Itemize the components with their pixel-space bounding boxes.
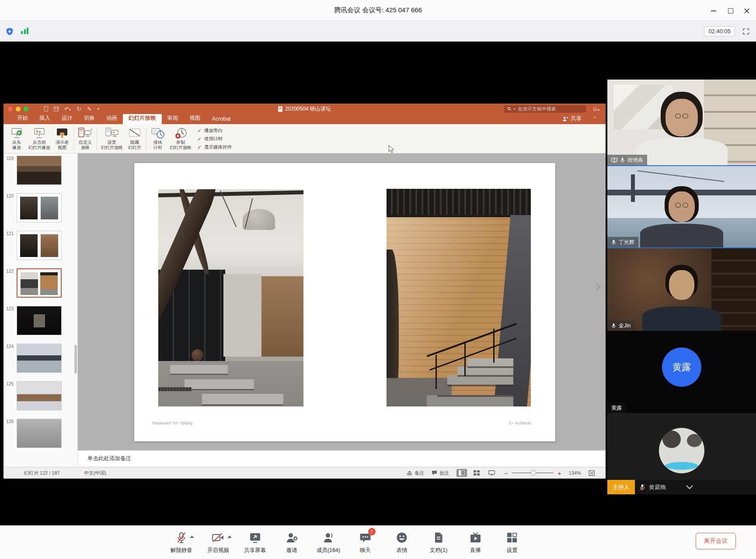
zoom-in-button[interactable]: + <box>557 469 561 477</box>
video-tile-3[interactable]: 金Jin <box>607 248 756 331</box>
chevron-down-icon[interactable] <box>686 485 693 489</box>
ppt-zoom-button[interactable] <box>24 107 28 111</box>
notes-icon <box>407 471 412 476</box>
ppt-close-button[interactable] <box>8 107 13 111</box>
checkbox-play-narrations[interactable]: ✓播放旁白 <box>197 128 232 134</box>
record-slideshow-button[interactable]: 录制幻灯片放映 <box>167 126 194 152</box>
rehearse-timings-button[interactable]: 排练计时 <box>148 126 167 152</box>
thumbnail-122-selected[interactable]: 122 <box>3 268 77 298</box>
members-button[interactable]: 成员(164) <box>310 526 347 559</box>
thumbnail-126[interactable]: 126 <box>3 419 77 448</box>
thumbnail-119[interactable]: 119 <box>3 156 77 185</box>
zoom-slider-knob[interactable] <box>531 470 536 476</box>
document-icon <box>434 532 443 543</box>
share-label: 共享 <box>571 115 582 122</box>
self-name: 黄庭晚 <box>649 483 666 491</box>
ppt-search-input[interactable]: ▾ 在演示文稿中搜索 <box>504 105 586 113</box>
thumbnail-120[interactable]: 120 <box>3 193 77 222</box>
search-dropdown-icon: ▾ <box>514 107 516 111</box>
thumbnail-scrollbar[interactable] <box>74 345 77 374</box>
members-icon <box>322 532 334 543</box>
minimize-button[interactable] <box>711 7 717 14</box>
thumbnail-125[interactable]: 125 <box>3 381 77 410</box>
video-tile-1[interactable]: 程艳春 <box>607 80 756 166</box>
tab-acrobat[interactable]: Acrobat <box>206 114 237 124</box>
tab-view[interactable]: 视图 <box>184 113 206 124</box>
tab-design[interactable]: 设计 <box>56 113 78 124</box>
save-icon[interactable] <box>54 107 59 111</box>
notes-toggle[interactable]: 备注 <box>407 470 424 476</box>
thumbnail-121[interactable]: 121 <box>3 231 77 260</box>
thumbnail-123[interactable]: 123 <box>3 306 77 335</box>
undo-icon[interactable]: ↶▾ <box>64 106 71 112</box>
close-button[interactable] <box>744 7 750 14</box>
draw-icon[interactable]: ✎ <box>87 106 92 112</box>
checkmark-icon: ✓ <box>197 128 202 133</box>
meeting-title: 腾讯会议 会议号: 425 047 666 <box>334 6 422 14</box>
thumbnail-124[interactable]: 124 <box>3 344 77 373</box>
reactions-button[interactable]: 表情 <box>383 526 420 559</box>
document-icon <box>278 106 282 112</box>
tab-insert[interactable]: 插入 <box>34 113 56 124</box>
live-stream-button[interactable]: 直播 <box>457 526 494 559</box>
feedback-smiley-icon[interactable]: ☺▾ <box>592 106 599 112</box>
sidebar-collapse-chevron-icon[interactable]: › <box>595 278 602 295</box>
fullscreen-icon[interactable] <box>742 28 750 35</box>
slideshow-view-button[interactable] <box>486 469 497 477</box>
invite-button[interactable]: 邀请 <box>273 526 310 559</box>
presenter-view-button[interactable]: 演示者视图 <box>52 126 72 152</box>
checkbox-show-media-controls[interactable]: ✓显示媒体控件 <box>197 144 232 150</box>
tab-slideshow[interactable]: 幻灯片放映 <box>123 113 162 124</box>
settings-button[interactable]: 设置 <box>494 526 530 559</box>
play-from-current-button[interactable]: 从当前幻灯片播放 <box>26 126 52 152</box>
notes-pane[interactable]: 单击此处添加备注 <box>78 450 606 467</box>
share-screen-button[interactable]: 共享屏幕 <box>237 526 273 559</box>
comments-toggle[interactable]: 批注 <box>432 470 449 476</box>
fit-slide-button[interactable] <box>589 470 595 476</box>
hide-slide-button[interactable]: 隐藏幻灯片 <box>125 126 144 152</box>
ppt-minimize-button[interactable] <box>16 107 21 111</box>
tab-home[interactable]: 开始 <box>11 113 34 124</box>
network-signal-icon[interactable] <box>20 28 29 35</box>
search-icon <box>507 107 512 111</box>
quickbar-menu-icon[interactable]: ▾ <box>98 107 100 111</box>
start-video-button[interactable]: 开启视频 <box>200 526 237 559</box>
security-shield-icon[interactable] <box>5 27 14 36</box>
ppt-share-button[interactable]: 共享 <box>562 115 582 122</box>
zoom-level[interactable]: 134% <box>569 470 581 476</box>
checkbox-use-timings[interactable]: ✓使用计时 <box>197 136 232 142</box>
play-from-start-button[interactable]: 从头播放 <box>7 126 26 152</box>
participant-video-sidebar: 程艳春 丁光辉 金Jin <box>607 80 756 495</box>
invite-person-icon <box>286 532 298 543</box>
chat-button[interactable]: 7 聊天 <box>347 526 383 559</box>
language-indicator[interactable]: 中文(中国) <box>84 470 106 476</box>
leave-meeting-button[interactable]: 离开会议 <box>696 533 736 549</box>
video-tile-2[interactable]: 丁光辉 <box>607 166 756 248</box>
video-tile-5[interactable]: 主持人 黄庭晚 <box>607 413 756 494</box>
slide-thumbnail-panel: 119 120 121 122 123 124 125 126 <box>3 153 78 467</box>
slide-sorter-view-button[interactable] <box>471 469 482 477</box>
new-file-icon[interactable] <box>44 106 48 111</box>
tab-review[interactable]: 审阅 <box>162 113 184 124</box>
current-slide[interactable]: Restaurant "Ya" / Beijing C+ Architects <box>134 163 555 441</box>
custom-show-button[interactable]: 自定义放映 <box>76 126 95 152</box>
participant-name: 黄露 <box>611 404 622 412</box>
video-tile-4[interactable]: 黄露 黄露 <box>607 331 756 413</box>
comment-icon <box>432 470 437 476</box>
collapse-ribbon-icon[interactable]: ⌃ <box>593 116 597 122</box>
redo-icon[interactable]: ↻ <box>77 106 81 112</box>
zoom-slider[interactable] <box>512 472 554 473</box>
mic-options-caret[interactable] <box>190 535 194 538</box>
unmute-button[interactable]: 解除静音 <box>163 526 200 559</box>
participant-name: 丁光辉 <box>619 239 634 246</box>
ppt-document-title: 20200504 研山讲坛 <box>285 105 331 113</box>
tab-transitions[interactable]: 切换 <box>78 113 101 124</box>
normal-view-button[interactable] <box>456 469 467 477</box>
zoom-out-button[interactable]: − <box>504 469 508 477</box>
video-options-caret[interactable] <box>227 535 232 538</box>
slide-photo-courtyard <box>158 189 303 406</box>
tab-animations[interactable]: 动画 <box>101 113 123 124</box>
docs-button[interactable]: 文档(1) <box>420 526 457 559</box>
maximize-button[interactable] <box>727 7 733 14</box>
setup-slideshow-button[interactable]: 设置幻灯片放映 <box>99 126 125 152</box>
